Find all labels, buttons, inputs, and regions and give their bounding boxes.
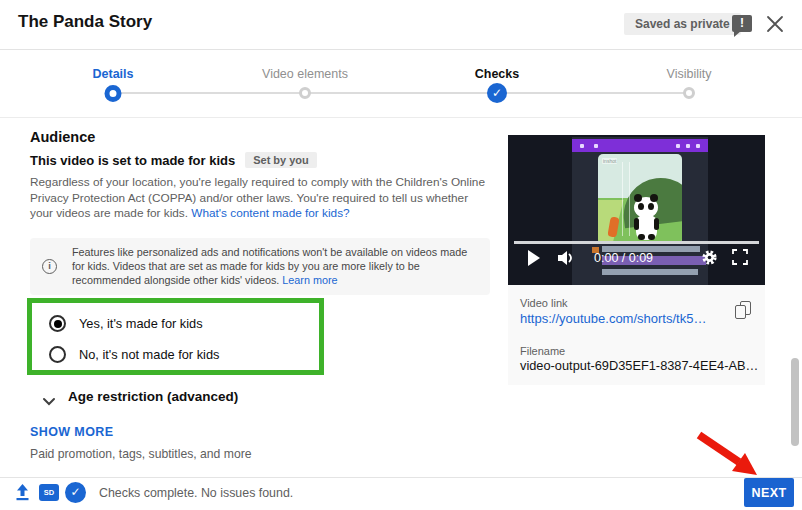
step-circle-details[interactable] — [105, 85, 122, 102]
tab-video-elements[interactable]: Video elements — [262, 64, 348, 82]
volume-icon[interactable] — [557, 250, 577, 270]
panda-head-graphic — [634, 197, 658, 218]
radio-no-label: No, it's not made for kids — [79, 347, 219, 362]
learn-more-link[interactable]: Learn more — [282, 274, 337, 286]
video-player[interactable]: inshot — [508, 135, 765, 285]
fullscreen-icon[interactable] — [732, 249, 748, 269]
page-title: The Panda Story — [18, 12, 152, 32]
player-time: 0:00 / 0:09 — [594, 251, 653, 265]
saved-status-badge[interactable]: Saved as private — [624, 13, 741, 35]
info-text-body: Features like personalized ads and notif… — [72, 246, 467, 286]
video-content-frame: inshot — [598, 154, 682, 244]
player-progress-bar[interactable] — [514, 241, 759, 244]
stepper-line — [113, 92, 689, 94]
step-circle-visibility[interactable] — [683, 87, 695, 99]
annotation-green-box: Yes, it's made for kids No, it's not mad… — [27, 298, 324, 375]
header-divider — [0, 49, 802, 50]
radio-yes-made-for-kids[interactable]: Yes, it's made for kids — [49, 315, 203, 332]
upload-icon — [13, 483, 32, 506]
step-label: Checks — [475, 67, 519, 81]
footer-divider — [0, 477, 802, 478]
filename-value: video-output-69D35EF1-8387-4EE4-AB… — [520, 358, 758, 373]
radio-unselected-icon[interactable] — [49, 346, 66, 363]
radio-selected-icon[interactable] — [49, 315, 66, 332]
filename-label: Filename — [520, 345, 565, 357]
tab-details[interactable]: Details — [93, 64, 134, 82]
sd-quality-icon: SD — [39, 484, 59, 501]
info-icon: i — [42, 259, 57, 274]
age-restriction-toggle[interactable]: Age restriction (advanced) — [68, 389, 238, 404]
video-link-url[interactable]: https://youtube.com/shorts/tk5… — [520, 311, 706, 326]
set-by-you-badge: Set by you — [245, 152, 317, 168]
settings-gear-icon[interactable] — [701, 249, 718, 270]
audience-heading: Audience — [30, 129, 95, 145]
close-icon[interactable] — [764, 13, 786, 35]
upload-dialog: The Panda Story Saved as private ! Detai… — [0, 0, 802, 510]
timeline-bar — [602, 269, 698, 275]
step-label: Visibility — [667, 67, 712, 81]
coppa-help-link[interactable]: What's content made for kids? — [191, 206, 349, 220]
radio-yes-label: Yes, it's made for kids — [79, 316, 203, 331]
play-icon[interactable] — [528, 250, 540, 266]
step-label: Details — [93, 67, 134, 81]
show-more-button[interactable]: SHOW MORE — [30, 425, 113, 439]
info-box: i Features like personalized ads and not… — [30, 238, 490, 295]
feedback-icon[interactable]: ! — [732, 15, 752, 32]
show-more-hint: Paid promotion, tags, subtitles, and mor… — [30, 447, 252, 461]
radio-no-not-made-for-kids[interactable]: No, it's not made for kids — [49, 346, 219, 363]
chevron-down-icon[interactable] — [42, 392, 56, 410]
step-circle-video-elements[interactable] — [299, 87, 311, 99]
checks-complete-icon: ✓ — [65, 482, 86, 503]
step-circle-checks[interactable]: ✓ — [487, 83, 507, 103]
next-button[interactable]: NEXT — [744, 478, 794, 507]
stepper-divider — [0, 117, 802, 118]
tab-visibility[interactable]: Visibility — [667, 64, 712, 82]
info-text: Features like personalized ads and notif… — [72, 246, 476, 288]
scrollbar-thumb[interactable] — [791, 358, 799, 446]
made-for-kids-status: This video is set to made for kidsSet by… — [30, 153, 317, 169]
tab-checks[interactable]: Checks — [475, 64, 519, 82]
checks-status-text: Checks complete. No issues found. — [99, 486, 293, 500]
video-content-editor-bar — [572, 139, 708, 152]
video-link-label: Video link — [520, 297, 568, 309]
panda-graphic — [636, 215, 657, 240]
video-preview-card: inshot — [508, 135, 765, 385]
step-label: Video elements — [262, 67, 348, 81]
coppa-paragraph: Regardless of your location, you're lega… — [30, 175, 492, 222]
made-for-kids-text: This video is set to made for kids — [30, 153, 235, 168]
video-watermark: inshot — [602, 158, 617, 164]
copy-icon[interactable] — [734, 301, 754, 323]
